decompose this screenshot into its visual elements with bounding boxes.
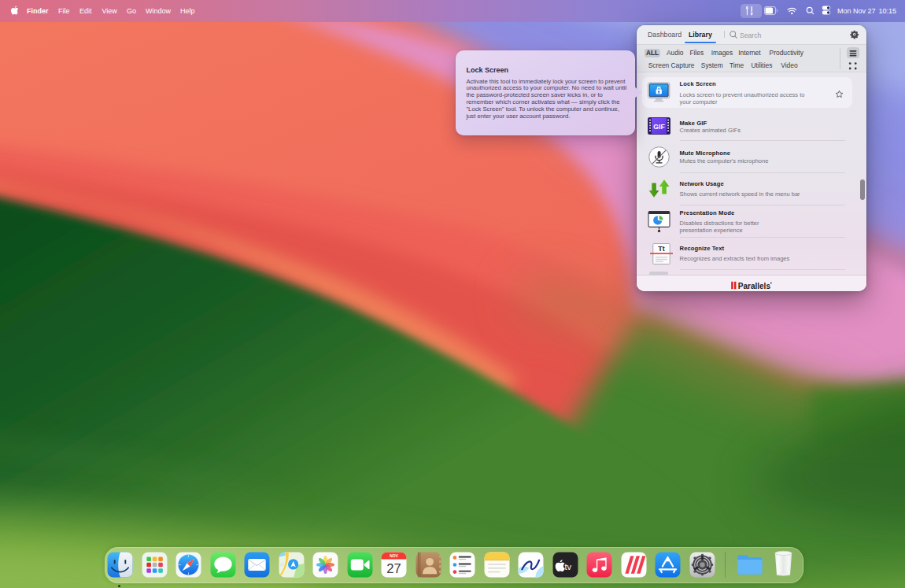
svg-text:Parallels: Parallels — [737, 281, 770, 290]
svg-text:27: 27 — [386, 560, 401, 575]
svg-text:Tt: Tt — [658, 244, 665, 252]
svg-text:tv: tv — [564, 561, 571, 571]
svg-text:NOV: NOV — [390, 554, 398, 558]
svg-text:GIF: GIF — [653, 122, 664, 130]
